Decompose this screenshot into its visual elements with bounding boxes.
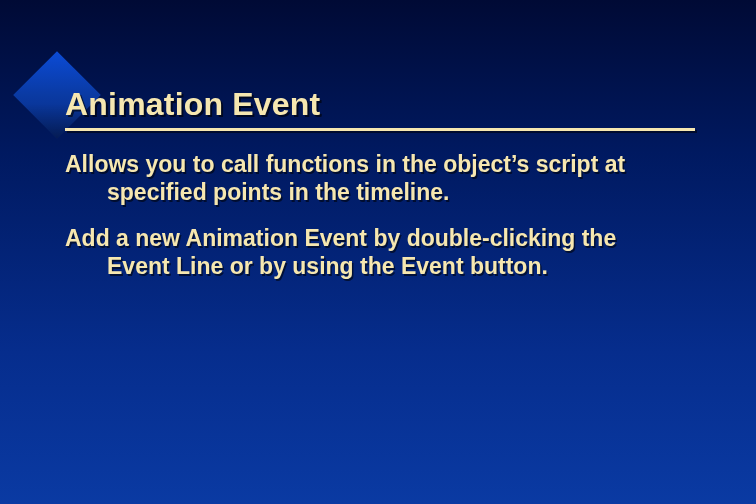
body-paragraph: Allows you to call functions in the obje… xyxy=(65,150,665,206)
body-paragraph: Add a new Animation Event by double-clic… xyxy=(65,224,665,280)
title-underline xyxy=(65,128,695,131)
slide: Animation Event Allows you to call funct… xyxy=(0,0,756,504)
slide-title: Animation Event xyxy=(65,86,320,123)
slide-body: Allows you to call functions in the obje… xyxy=(65,150,665,298)
